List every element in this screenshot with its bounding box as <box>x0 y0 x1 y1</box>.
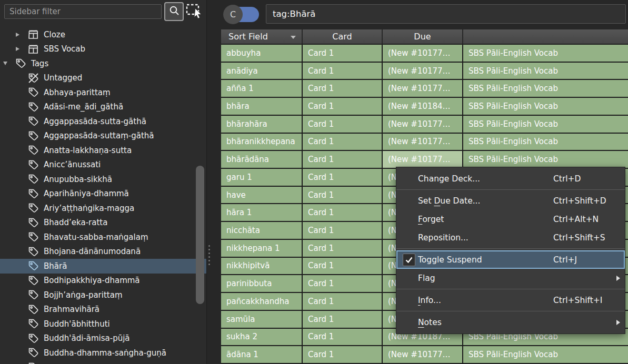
menu-item-toggle-suspend[interactable]: Toggle Suspend Ctrl+J <box>396 250 625 269</box>
cell-card[interactable]: Card 1 <box>303 98 383 115</box>
cell-deck[interactable]: SBS Pāli-English Vocab <box>463 116 628 133</box>
expander-icon[interactable] <box>16 33 28 37</box>
cell-sort-field[interactable]: abbuyha <box>221 45 303 62</box>
cell-deck[interactable]: SBS Pāli-English Vocab <box>463 98 628 115</box>
cell-due[interactable]: (New #10177… <box>383 63 463 79</box>
table-row[interactable]: abbuyha Card 1 (New #10177… SBS Pāli-Eng… <box>221 45 628 63</box>
table-row[interactable]: bhārahāra Card 1 (New #10177… SBS Pāli-E… <box>221 116 628 134</box>
table-row[interactable]: anādiya Card 1 (New #10177… SBS Pāli-Eng… <box>221 63 628 80</box>
menu-item-forget[interactable]: Forget Ctrl+Alt+N <box>396 210 625 228</box>
menu-item-flag[interactable]: Flag <box>396 269 625 287</box>
sidebar-item[interactable]: Buddha-dhamma-saṅgha-guṇā <box>0 346 206 360</box>
column-header-card[interactable]: Card <box>303 29 383 44</box>
sidebar-item[interactable]: Aggappasāda-suttaṃ-gāthā <box>0 129 206 144</box>
cell-sort-field[interactable]: parinibbuta <box>221 275 303 292</box>
menu-item-set-due-date[interactable]: Set Due Date... Ctrl+Shift+D <box>396 191 625 210</box>
cell-due[interactable]: (New #10184… <box>383 98 463 115</box>
cell-card[interactable]: Card 1 <box>303 187 383 204</box>
sidebar-item[interactable]: Bodhipakkhiya-dhammā <box>0 274 206 288</box>
cell-sort-field[interactable]: añña 1 <box>221 80 303 97</box>
cell-sort-field[interactable]: pañcakkhandha <box>221 293 303 310</box>
column-header-due[interactable]: Due <box>383 29 463 44</box>
expander-icon[interactable] <box>16 47 28 51</box>
expander-icon[interactable] <box>3 62 15 65</box>
cell-due[interactable]: (New #10177… <box>383 134 463 150</box>
table-row[interactable]: bhārādāna Card 1 (New #10177… SBS Pāli-E… <box>221 151 628 169</box>
table-row[interactable]: ādāna 1 Card 1 (New #10177… SBS Pāli-Eng… <box>221 346 628 364</box>
sidebar-item[interactable]: Bojjh’aṅga-parittaṃ <box>0 288 206 302</box>
cell-card[interactable]: Card 1 <box>303 293 383 310</box>
sidebar-item[interactable]: Bhadd’eka-ratta <box>0 216 206 230</box>
sidebar-item[interactable]: Adāsi-me_ādi_gāthā <box>0 100 206 115</box>
cell-card[interactable]: Card 1 <box>303 204 383 221</box>
cell-sort-field[interactable]: nikkhepana 1 <box>221 240 303 257</box>
cell-sort-field[interactable]: bhāranikkhepana <box>221 134 303 150</box>
cell-deck[interactable]: SBS Pāli-English Vocab <box>463 80 628 97</box>
cell-sort-field[interactable]: bhārahāra <box>221 116 303 133</box>
rubber-band-select-button[interactable] <box>185 3 205 21</box>
cell-card[interactable]: Card 1 <box>303 258 383 275</box>
menu-item-change-deck[interactable]: Change Deck... Ctrl+D <box>396 169 625 188</box>
sidebar-filter-input[interactable] <box>4 4 162 19</box>
cell-due[interactable]: (New #10177… <box>383 80 463 97</box>
cell-card[interactable]: Card 1 <box>303 63 383 79</box>
cell-deck[interactable]: SBS Pāli-English Vocab <box>463 134 628 150</box>
sidebar-item[interactable]: Aparihāniya-dhammā <box>0 187 206 201</box>
cell-card[interactable]: Card 1 <box>303 151 383 168</box>
cell-deck[interactable]: SBS Pāli-English Vocab <box>463 45 628 62</box>
sidebar-item[interactable]: Untagged <box>0 71 206 86</box>
cell-deck[interactable]: SBS Pāli-English Vocab <box>463 151 628 168</box>
sidebar-item[interactable]: Anicc’ānussati <box>0 158 206 173</box>
cell-card[interactable]: Card 1 <box>303 311 383 328</box>
cell-sort-field[interactable]: nikkhipitvā <box>221 258 303 275</box>
cell-sort-field[interactable]: samūla <box>221 311 303 328</box>
sidebar-item[interactable]: SBS Vocab <box>0 42 206 57</box>
cell-sort-field[interactable]: hāra 1 <box>221 204 303 221</box>
cell-sort-field[interactable]: bhārādāna <box>221 151 303 168</box>
splitter-handle[interactable] <box>207 0 221 364</box>
search-input[interactable] <box>266 4 626 24</box>
cell-card[interactable]: Card 1 <box>303 116 383 133</box>
sidebar-item[interactable]: Aggappasāda-sutta-gāthā <box>0 114 206 129</box>
cell-deck[interactable]: SBS Pāli-English Vocab <box>463 63 628 79</box>
sidebar-item[interactable]: Ariy’aṭṭhaṅgika-magga <box>0 201 206 216</box>
cell-sort-field[interactable]: ādāna 1 <box>221 346 303 363</box>
cell-due[interactable]: (New #10177… <box>383 346 463 363</box>
cell-card[interactable]: Card 1 <box>303 134 383 150</box>
cell-sort-field[interactable]: bhāra <box>221 98 303 115</box>
menu-item-notes[interactable]: Notes <box>396 313 625 331</box>
column-header-deck[interactable] <box>463 29 628 44</box>
table-row[interactable]: añña 1 Card 1 (New #10177… SBS Pāli-Engl… <box>221 80 628 98</box>
sidebar-item[interactable] <box>0 360 206 364</box>
sidebar-item[interactable]: Cloze <box>0 27 206 42</box>
sidebar-item[interactable]: Anatta-lakkhaṇa-sutta <box>0 143 206 158</box>
menu-item-info[interactable]: Info... Ctrl+Shift+I <box>396 291 625 309</box>
cell-card[interactable]: Card 1 <box>303 329 383 346</box>
sidebar-item-selected[interactable]: Bhārā <box>0 259 206 274</box>
menu-item-reposition[interactable]: Reposition... Ctrl+Shift+S <box>396 228 625 247</box>
cell-card[interactable]: Card 1 <box>303 45 383 62</box>
sidebar-item[interactable]: Buddh'ābhitthuti <box>0 317 206 331</box>
cell-sort-field[interactable]: have <box>221 187 303 204</box>
cell-sort-field[interactable]: nicchāta <box>221 222 303 239</box>
cell-deck[interactable]: SBS Pāli-English Vocab <box>463 346 628 363</box>
cell-card[interactable]: Card 1 <box>303 169 383 186</box>
cell-due[interactable]: (New #10177… <box>383 45 463 62</box>
sidebar-item[interactable]: Anupubba-sikkhā <box>0 172 206 187</box>
cell-card[interactable]: Card 1 <box>303 240 383 257</box>
sidebar-item[interactable]: Tags <box>0 56 206 71</box>
column-header-sort-field[interactable]: Sort Field <box>221 29 303 44</box>
table-row[interactable]: bhāranikkhepana Card 1 (New #10177… SBS … <box>221 134 628 151</box>
cell-card[interactable]: Card 1 <box>303 346 383 363</box>
table-row[interactable]: bhāra Card 1 (New #10184… SBS Pāli-Engli… <box>221 98 628 116</box>
cell-sort-field[interactable]: anādiya <box>221 63 303 79</box>
cell-card[interactable]: Card 1 <box>303 222 383 239</box>
cards-notes-toggle-knob[interactable]: C <box>223 5 243 24</box>
sidebar-item[interactable]: Abhaya-parittaṃ <box>0 85 206 100</box>
sidebar-item[interactable]: Bhavatu-sabba-maṅgalaṃ <box>0 230 206 245</box>
sidebar-item[interactable]: Buddh'ādi-āmisa-pūjā <box>0 331 206 346</box>
cell-card[interactable]: Card 1 <box>303 80 383 97</box>
sidebar-search-button[interactable] <box>164 2 184 21</box>
cell-due[interactable]: (New #10177… <box>383 151 463 168</box>
sidebar-item[interactable]: Brahmavihārā <box>0 302 206 317</box>
